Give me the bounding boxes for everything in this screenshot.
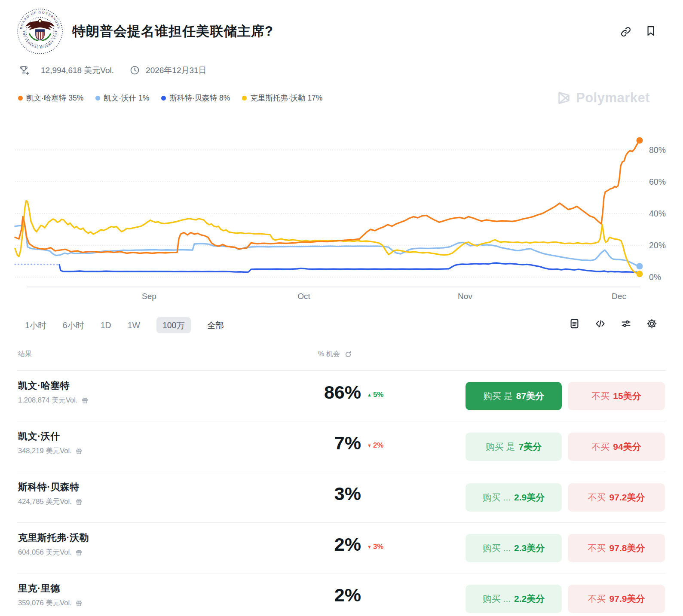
buy-no-button[interactable]: 不买 97.9美分 [568, 585, 665, 613]
outcome-volume: 604,056 美元Vol. [18, 548, 83, 557]
legend-label: 克里斯托弗·沃勒 17% [250, 93, 322, 103]
legend-item: 斯科特·贝森特 8% [161, 93, 230, 103]
legend-item: 凯文·沃什 1% [95, 93, 149, 103]
outcome-volume: 348,219 美元Vol. [18, 446, 83, 456]
probability-delta: ▼ 3% [367, 543, 383, 551]
delta-arrow-icon: ▲ [367, 392, 372, 397]
federal-reserve-seal-logo: BOARD OF GOVERNORS OF THE FEDERAL RESERV… [16, 8, 64, 55]
outcome-volume: 359,076 美元Vol. [18, 598, 83, 608]
outcome-volume: 1,208,874 美元Vol. [18, 396, 89, 405]
buy-yes-button[interactable]: 购买 是 7美分 [466, 433, 562, 461]
x-axis-month-label: Dec [612, 292, 626, 301]
page-title: 特朗普会提名谁担任美联储主席? [72, 22, 273, 40]
series-end-dot [637, 137, 643, 143]
outcome-name: 斯科特·贝森特 [18, 481, 80, 494]
x-axis-month-label: Nov [458, 292, 472, 301]
volume-text: 12,994,618 美元Vol. [41, 65, 114, 76]
probability-delta: ▲ 5% [367, 390, 383, 399]
series-line [15, 226, 640, 266]
outcome-name: 里克·里德 [18, 582, 60, 595]
polymarket-market-page: BOARD OF GOVERNORS OF THE FEDERAL RESERV… [0, 0, 683, 616]
buy-yes-button[interactable]: 购买 ... 2.3美分 [466, 534, 562, 562]
legend-color-dot [161, 96, 166, 101]
legend-color-dot [242, 96, 247, 101]
outcome-row: 斯科特·贝森特 424,785 美元Vol. 3% 购买 ... 2.9美分 不… [17, 472, 666, 522]
time-range-tab[interactable]: 100万 [156, 317, 191, 333]
polymarket-watermark: Polymarket [556, 90, 650, 106]
bookmark-icon[interactable] [645, 25, 657, 37]
gift-icon[interactable] [75, 600, 83, 607]
outcome-probability: 86% [258, 382, 361, 403]
delta-arrow-icon: ▼ [367, 544, 372, 549]
outcome-probability: 7% [258, 433, 361, 454]
buy-yes-button[interactable]: 购买 ... 2.9美分 [466, 483, 562, 512]
order-book-icon[interactable] [569, 318, 580, 329]
legend-label: 凯文·沃什 1% [104, 93, 149, 103]
time-range-tab[interactable]: 6小时 [63, 317, 84, 333]
clock-icon [129, 65, 140, 76]
outcome-row: 里克·里德 359,076 美元Vol. 2% 购买 ... 2.2美分 不买 … [17, 573, 666, 616]
time-range-tabs: 1小时6小时1D1W100万全部 [25, 317, 224, 333]
outcome-probability: 2% [258, 534, 361, 555]
chance-column-header: % 机会 [318, 350, 352, 359]
outcome-row: 凯文·沃什 348,219 美元Vol. 7% ▼ 2% 购买 是 7美分 不买… [17, 421, 666, 472]
probability-delta: ▼ 2% [367, 441, 383, 450]
series-end-dot [637, 263, 643, 269]
outcome-probability: 2% [258, 585, 361, 606]
x-axis-month-label: Sep [142, 292, 156, 301]
outcome-row: 克里斯托弗·沃勒 604,056 美元Vol. 2% ▼ 3% 购买 ... 2… [17, 522, 666, 573]
legend-label: 斯科特·贝森特 8% [169, 93, 230, 103]
x-axis-month-label: Oct [297, 292, 310, 301]
buy-no-button[interactable]: 不买 94美分 [568, 433, 665, 461]
polymarket-logo-icon [556, 90, 572, 106]
legend-item: 凯文·哈塞特 35% [18, 93, 83, 103]
market-stats: 12,994,618 美元Vol. 2026年12月31日 [18, 64, 207, 76]
results-column-header: 结果 [18, 350, 32, 359]
outcome-volume: 424,785 美元Vol. [18, 497, 83, 506]
chart-legend: 凯文·哈塞特 35%凯文·沃什 1%斯科特·贝森特 8%克里斯托弗·沃勒 17% [18, 93, 322, 103]
buy-no-button[interactable]: 不买 15美分 [568, 382, 665, 410]
filters-sliders-icon[interactable] [620, 318, 632, 329]
buy-yes-button[interactable]: 购买 是 87美分 [466, 382, 562, 410]
trophy-icon [18, 64, 30, 76]
outcomes-list: 凯文·哈塞特 1,208,874 美元Vol. 86% ▲ 5% 购买 是 87… [17, 370, 666, 616]
series-line [59, 263, 640, 272]
series-line [15, 140, 640, 253]
time-range-tab[interactable]: 1W [128, 317, 140, 333]
gift-icon[interactable] [81, 397, 89, 404]
chart-tools [569, 318, 658, 329]
outcome-probability: 3% [258, 483, 361, 504]
y-axis-tick-label: 80% [649, 145, 666, 155]
embed-code-icon[interactable] [594, 318, 606, 329]
y-axis-tick-label: 20% [649, 241, 666, 250]
buy-no-button[interactable]: 不买 97.2美分 [568, 483, 665, 512]
delta-arrow-icon: ▼ [367, 443, 372, 448]
time-range-tab[interactable]: 1D [101, 317, 111, 333]
y-axis-tick-label: 60% [649, 177, 666, 186]
legend-color-dot [95, 96, 100, 101]
price-history-chart[interactable]: 0%20%40%60%80%SepOctNovDec [0, 124, 683, 308]
buy-yes-button[interactable]: 购买 ... 2.2美分 [466, 585, 562, 613]
gift-icon[interactable] [75, 498, 83, 506]
gift-icon[interactable] [75, 448, 83, 455]
outcome-row: 凯文·哈塞特 1,208,874 美元Vol. 86% ▲ 5% 购买 是 87… [17, 370, 666, 421]
y-axis-tick-label: 40% [649, 209, 666, 218]
outcome-name: 克里斯托弗·沃勒 [18, 531, 89, 544]
legend-color-dot [18, 96, 23, 101]
refresh-icon[interactable] [344, 351, 352, 358]
y-axis-tick-label: 0% [649, 272, 661, 282]
end-date-text: 2026年12月31日 [146, 65, 207, 76]
gift-icon[interactable] [75, 549, 83, 556]
outcome-name: 凯文·沃什 [18, 430, 60, 443]
polymarket-wordmark: Polymarket [576, 90, 650, 106]
time-range-tab[interactable]: 全部 [207, 317, 224, 333]
time-range-tab[interactable]: 1小时 [25, 317, 46, 333]
share-link-icon[interactable] [620, 26, 632, 38]
outcome-name: 凯文·哈塞特 [18, 379, 70, 392]
series-end-dot [637, 271, 643, 277]
outcomes-table-header: 结果 % 机会 [17, 346, 666, 363]
legend-item: 克里斯托弗·沃勒 17% [242, 93, 322, 103]
legend-label: 凯文·哈塞特 35% [26, 93, 83, 103]
buy-no-button[interactable]: 不买 97.8美分 [568, 534, 665, 562]
settings-gear-icon[interactable] [646, 318, 658, 329]
